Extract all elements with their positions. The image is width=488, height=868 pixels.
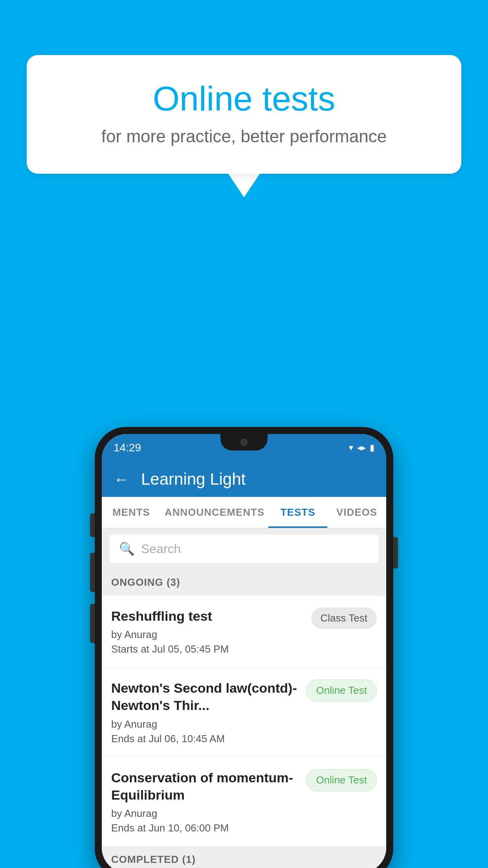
speech-bubble-subtitle: for more practice, better performance: [58, 127, 430, 146]
phone-wrapper: 14:29 ▾ ◂▸ ▮ ← Learning Light MENTS: [95, 427, 393, 868]
test-author-2: by Anurag: [111, 718, 298, 730]
test-badge-2: Online Test: [306, 679, 377, 702]
test-item-1[interactable]: Reshuffling test by Anurag Starts at Jul…: [102, 596, 386, 668]
status-time: 14:29: [114, 441, 141, 454]
test-info-2: Newton's Second law(contd)-Newton's Thir…: [111, 679, 298, 745]
test-author-1: by Anurag: [111, 629, 303, 641]
signal-icon: ◂▸: [357, 443, 366, 453]
search-input[interactable]: Search: [141, 542, 181, 556]
tab-ments[interactable]: MENTS: [102, 497, 161, 528]
app-header: ← Learning Light: [102, 462, 386, 497]
phone-frame: 14:29 ▾ ◂▸ ▮ ← Learning Light MENTS: [95, 427, 393, 868]
test-item-2[interactable]: Newton's Second law(contd)-Newton's Thir…: [102, 668, 386, 757]
test-date-1: Starts at Jul 05, 05:45 PM: [111, 643, 303, 655]
wifi-icon: ▾: [349, 443, 353, 453]
volume-up-button[interactable]: [90, 553, 95, 592]
power-button[interactable]: [393, 537, 398, 568]
test-info-1: Reshuffling test by Anurag Starts at Jul…: [111, 607, 303, 655]
test-name-1: Reshuffling test: [111, 607, 303, 625]
tab-tests[interactable]: TESTS: [268, 497, 327, 528]
test-author-3: by Anurag: [111, 807, 298, 820]
speech-bubble-arrow: [228, 174, 260, 197]
tab-videos[interactable]: VIDEOS: [327, 497, 386, 528]
status-icons: ▾ ◂▸ ▮: [349, 443, 374, 453]
notch: [220, 434, 268, 451]
phone-screen: 14:29 ▾ ◂▸ ▮ ← Learning Light MENTS: [102, 434, 386, 868]
volume-down-button[interactable]: [90, 604, 95, 643]
test-date-2: Ends at Jul 06, 10:45 AM: [111, 733, 298, 745]
status-bar: 14:29 ▾ ◂▸ ▮: [102, 434, 386, 462]
camera: [240, 439, 248, 446]
test-date-3: Ends at Jun 10, 06:00 PM: [111, 822, 298, 834]
test-name-3: Conservation of momentum-Equilibrium: [111, 769, 298, 804]
tab-announcements[interactable]: ANNOUNCEMENTS: [161, 497, 268, 528]
search-box[interactable]: 🔍 Search: [110, 535, 378, 563]
completed-section-header: COMPLETED (1): [102, 846, 386, 868]
ongoing-section-header: ONGOING (3): [102, 569, 386, 596]
test-name-2: Newton's Second law(contd)-Newton's Thir…: [111, 679, 298, 714]
speech-bubble: Online tests for more practice, better p…: [27, 55, 461, 174]
speech-bubble-title: Online tests: [58, 79, 430, 119]
search-container: 🔍 Search: [102, 528, 386, 569]
speech-bubble-container: Online tests for more practice, better p…: [27, 55, 461, 197]
test-badge-3: Online Test: [306, 769, 377, 791]
search-icon: 🔍: [119, 541, 135, 556]
test-badge-1: Class Test: [311, 607, 377, 629]
app-title: Learning Light: [141, 470, 246, 489]
battery-icon: ▮: [370, 443, 374, 453]
back-button[interactable]: ←: [114, 471, 129, 488]
test-item-3[interactable]: Conservation of momentum-Equilibrium by …: [102, 757, 386, 846]
test-info-3: Conservation of momentum-Equilibrium by …: [111, 769, 298, 834]
tabs-bar: MENTS ANNOUNCEMENTS TESTS VIDEOS: [102, 497, 386, 528]
volume-silent-button[interactable]: [90, 513, 95, 537]
